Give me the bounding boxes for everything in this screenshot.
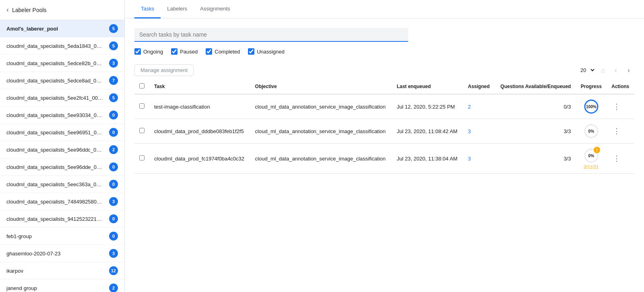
more-actions-icon[interactable]: ⋮: [611, 153, 622, 164]
pool-badge: 0: [109, 111, 118, 119]
pool-badge: 5: [109, 93, 118, 102]
filter-label: Completed: [215, 49, 240, 55]
pool-badge: 0: [109, 128, 118, 137]
row-checkbox[interactable]: [139, 128, 144, 133]
task-assigned-link[interactable]: 2: [468, 104, 471, 110]
filter-checkbox-ongoing[interactable]: [134, 48, 141, 55]
task-objective: cloud_ml_data_annotation_service_image_c…: [250, 94, 392, 119]
pool-badge: 12: [109, 266, 118, 275]
task-last-enqueued: Jul 23, 2020, 11:08:42 AM: [392, 119, 463, 144]
th-actions: Actions: [607, 79, 634, 94]
search-input[interactable]: [134, 28, 408, 42]
task-table: TaskObjectiveLast enqueuedAssignedQuesti…: [134, 79, 634, 174]
pool-list: Amol's_laberer_pool 5 cloudml_data_speci…: [0, 20, 124, 292]
pool-badge: 3: [109, 249, 118, 258]
th-objective: Objective: [250, 79, 392, 94]
progress-wrapper: 100%: [580, 99, 602, 115]
pool-name: ikarpov: [6, 268, 23, 274]
pool-name: Amol's_laberer_pool: [6, 26, 58, 32]
select-all-checkbox[interactable]: [139, 83, 144, 88]
progress-pct-text: 0%: [588, 129, 594, 134]
pool-name: cloudml_data_specialists_748498258068...: [6, 199, 103, 205]
pool-badge: 0: [109, 232, 118, 241]
sidebar-pool-item[interactable]: ikarpov 12: [0, 262, 124, 280]
pool-badge: 0: [109, 180, 118, 189]
filter-checkbox-paused[interactable]: [171, 48, 178, 55]
task-objective: cloud_ml_data_annotation_service_image_c…: [250, 119, 392, 144]
filter-checkbox-unassigned[interactable]: [248, 48, 254, 55]
pool-badge: 2: [109, 284, 118, 292]
progress-wrapper: 0%: [580, 123, 602, 139]
sidebar-pool-item[interactable]: cloudml_data_specialists_5eec363a_000...…: [0, 176, 124, 193]
filter-bar: OngoingPausedCompletedUnassigned: [134, 48, 634, 55]
pool-name: ghasemloo-2020-07-23: [6, 251, 60, 257]
sidebar-pool-item[interactable]: feb1-group 0: [0, 228, 124, 245]
row-checkbox-cell: [134, 144, 149, 174]
sidebar-pool-item[interactable]: cloudml_data_specialists_941252322120...…: [0, 210, 124, 228]
th-checkbox: [134, 79, 149, 94]
pool-name: cloudml_data_specialists_5edce82b_000...: [6, 60, 103, 66]
pool-name: janend group: [6, 285, 37, 291]
table-body: test-image-classificationcloud_ml_data_a…: [134, 94, 634, 174]
pool-badge: 0: [109, 214, 118, 223]
row-checkbox[interactable]: [139, 155, 144, 160]
table-row: cloudml_data_prod_dddbe083feb1f2f5cloud_…: [134, 119, 634, 144]
progress-wrapper: 0%!2/11/21: [580, 148, 602, 169]
task-assigned-link[interactable]: 3: [468, 156, 471, 162]
sidebar-back-button[interactable]: ‹ Labeler Pools: [0, 0, 124, 20]
sidebar-pool-item[interactable]: cloudml_data_specialists_5ee93034_000...…: [0, 107, 124, 124]
task-questions: 3/3: [495, 144, 576, 174]
page-next-icon[interactable]: ›: [623, 65, 634, 76]
tab-assignments[interactable]: Assignments: [194, 0, 236, 19]
sidebar: ‹ Labeler Pools Amol's_laberer_pool 5 cl…: [0, 0, 125, 292]
toolbar: Manage assignment 102050100 ⌂ ‹ ›: [134, 64, 634, 76]
sidebar-pool-item[interactable]: ghasemloo-2020-07-23 3: [0, 245, 124, 262]
sidebar-title: Labeler Pools: [12, 7, 47, 13]
filter-checkbox-completed[interactable]: [206, 48, 212, 55]
sidebar-pool-item[interactable]: cloudml_data_specialists_5edce82b_000...…: [0, 55, 124, 72]
page-prev-icon[interactable]: ‹: [610, 65, 621, 76]
task-progress-cell: 0%: [576, 119, 607, 144]
filter-label: Unassigned: [257, 49, 285, 55]
progress-pct-text: 0%: [588, 154, 594, 158]
task-progress-cell: 0%!2/11/21: [576, 144, 607, 174]
pool-name: cloudml_data_specialists_5ee96ddc_000...: [6, 147, 103, 153]
pool-badge: 2: [109, 145, 118, 154]
sidebar-pool-item[interactable]: cloudml_data_specialists_5ee96951_000...…: [0, 124, 124, 141]
table-row: test-image-classificationcloud_ml_data_a…: [134, 94, 634, 119]
sidebar-pool-item[interactable]: janend group 2: [0, 280, 124, 292]
filter-paused: Paused: [171, 48, 198, 55]
sidebar-pool-item[interactable]: cloudml_data_specialists_5ee2fc41_0000..…: [0, 89, 124, 107]
sidebar-pool-item[interactable]: cloudml_data_specialists_5ee96ddc_000...…: [0, 141, 124, 158]
task-objective: cloud_ml_data_annotation_service_image_c…: [250, 144, 392, 174]
sidebar-pool-item[interactable]: cloudml_data_specialists_5eda1843_000...…: [0, 37, 124, 55]
task-assigned-cell: 2: [463, 94, 495, 119]
page-size-select[interactable]: 102050100: [579, 67, 596, 74]
pool-name: feb1-group: [6, 233, 32, 239]
tab-tasks[interactable]: Tasks: [134, 0, 161, 19]
sidebar-pool-item[interactable]: cloudml_data_specialists_748498258068...…: [0, 193, 124, 210]
manage-assignment-button[interactable]: Manage assignment: [134, 64, 194, 76]
th-assigned: Assigned: [463, 79, 495, 94]
task-assigned-link[interactable]: 3: [468, 128, 471, 134]
more-actions-icon[interactable]: ⋮: [611, 125, 622, 137]
more-actions-icon[interactable]: ⋮: [611, 101, 622, 112]
pool-name: cloudml_data_specialists_5ee96951_000...: [6, 130, 103, 136]
row-checkbox[interactable]: [139, 103, 144, 109]
tab-labelers[interactable]: Labelers: [161, 0, 194, 19]
task-last-enqueued: Jul 12, 2020, 5:22:25 PM: [392, 94, 463, 119]
pool-badge: 3: [109, 197, 118, 206]
page-first-icon[interactable]: ⌂: [597, 65, 609, 76]
pool-badge: 7: [109, 76, 118, 85]
sidebar-pool-item[interactable]: Amol's_laberer_pool 5: [0, 20, 124, 37]
sidebar-pool-item[interactable]: cloudml_data_specialists_5ee96dde_000...…: [0, 158, 124, 176]
task-assigned-cell: 3: [463, 144, 495, 174]
pool-name: cloudml_data_specialists_5eec363a_000...: [6, 181, 103, 187]
filter-ongoing: Ongoing: [134, 48, 163, 55]
sidebar-pool-item[interactable]: cloudml_data_specialists_5edce8ad_000...…: [0, 72, 124, 89]
content-area: OngoingPausedCompletedUnassigned Manage …: [125, 19, 644, 292]
table-header: TaskObjectiveLast enqueuedAssignedQuesti…: [134, 79, 634, 94]
pool-badge: 0: [109, 162, 118, 171]
th-questions-available-enqueued: Questions Available/Enqueued: [495, 79, 576, 94]
pool-badge: 5: [109, 24, 118, 33]
